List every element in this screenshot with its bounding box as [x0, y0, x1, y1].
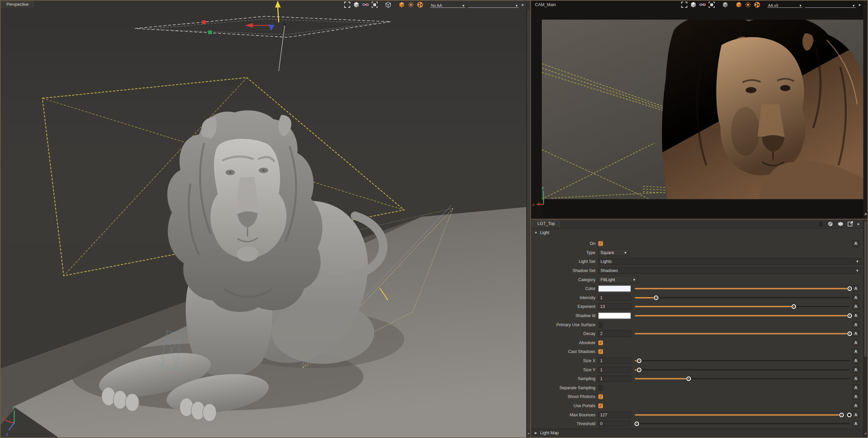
slider-knob-color[interactable] — [847, 286, 852, 291]
field-threshold[interactable]: 0 — [598, 421, 631, 427]
camera-viewport[interactable]: y x CAM_Main AA x9 ▼ ▼ ► — [531, 1, 867, 219]
auto-button-max-bounces[interactable]: A — [852, 412, 859, 418]
slider-threshold[interactable] — [635, 423, 850, 424]
shaded-cube-icon[interactable] — [353, 1, 360, 8]
render-cube-icon[interactable] — [735, 1, 742, 8]
fullscreen-icon[interactable] — [344, 1, 351, 8]
section-light-map[interactable]: ▶ Light Map — [531, 429, 863, 437]
checkbox-cast-shadows[interactable] — [598, 349, 603, 354]
render-cube-icon[interactable] — [398, 1, 405, 8]
sun-icon[interactable] — [408, 1, 414, 8]
striped-sphere-icon[interactable] — [827, 221, 834, 227]
field-shadow-set[interactable]: Shadows▼ — [598, 267, 861, 274]
circle-button-max-bounces[interactable] — [847, 413, 852, 417]
auto-button-sampling[interactable]: A — [852, 376, 859, 382]
slider-knob-intensity[interactable] — [654, 295, 658, 300]
frame-select-icon[interactable] — [708, 1, 715, 8]
pane-options-arrow[interactable]: ► — [521, 1, 525, 8]
checkbox-separate-sampling[interactable] — [598, 385, 603, 390]
auto-button-exponent[interactable]: A — [852, 304, 859, 310]
auto-button-threshold[interactable]: A — [852, 421, 859, 427]
lock-icon[interactable] — [817, 221, 824, 227]
left-viewport-scrollbar[interactable] — [526, 1, 530, 437]
aperture-icon[interactable] — [417, 1, 423, 8]
antialias-dropdown[interactable]: No AA ▼ — [430, 2, 466, 8]
aperture-icon[interactable] — [754, 1, 761, 8]
shaded-cube-icon[interactable] — [690, 1, 697, 8]
auto-button-use-portals[interactable]: A — [852, 402, 859, 409]
slider-intensity[interactable] — [635, 297, 850, 298]
auto-button-intensity[interactable]: A — [852, 294, 859, 301]
checkbox-shoot-photons[interactable] — [598, 394, 603, 399]
slider-decay[interactable] — [635, 333, 850, 334]
field-exponent[interactable]: 13 — [598, 304, 631, 310]
checkbox-on[interactable] — [598, 241, 603, 246]
sun-icon[interactable] — [745, 1, 751, 8]
slider-knob-size-y[interactable] — [637, 368, 642, 372]
auto-button-cast-shadows[interactable]: A — [852, 349, 859, 355]
sphere-icon[interactable] — [837, 221, 844, 227]
auto-button-primary-use-surface[interactable]: A — [852, 321, 859, 328]
frame-select-icon[interactable] — [371, 1, 378, 8]
slider-knob-threshold[interactable] — [634, 421, 639, 426]
perspective-viewport[interactable]: y x z Perspective No AA ▼ ▼ — [1, 1, 530, 437]
fullscreen-icon[interactable] — [681, 1, 688, 8]
slider-knob-exponent[interactable] — [791, 304, 796, 309]
field-intensity[interactable]: 1 — [598, 294, 631, 301]
panel-scrollbar[interactable] — [863, 220, 867, 437]
field-sampling[interactable]: 1 — [598, 376, 631, 382]
viewport-tab-perspective[interactable]: Perspective — [1, 1, 34, 8]
auto-button-shadow-id[interactable]: A — [852, 313, 859, 319]
slider-size-y[interactable] — [635, 369, 850, 371]
auto-button-shoot-photons[interactable]: A — [852, 394, 859, 400]
panel-tab-lgt-top[interactable]: LGT_Top — [532, 220, 560, 227]
color-swatch-shadow-id[interactable] — [598, 313, 631, 319]
slider-color[interactable] — [635, 288, 850, 289]
checkbox-absolute[interactable] — [598, 340, 603, 345]
slider-knob-size-x[interactable] — [637, 358, 642, 363]
field-decay[interactable]: 2 — [598, 331, 631, 337]
antialias-dropdown[interactable]: AA x9 ▼ — [767, 2, 803, 8]
field-size-y[interactable]: 1 — [598, 367, 631, 373]
slider-knob-sampling[interactable] — [686, 376, 691, 381]
checkbox-primary-use-surface[interactable] — [598, 322, 603, 327]
auto-button-size-x[interactable]: A — [852, 358, 859, 364]
preset-dropdown[interactable]: ▼ — [468, 2, 519, 8]
field-light-set[interactable]: Lights▼ — [598, 258, 861, 265]
auto-button-size-y[interactable]: A — [852, 367, 859, 373]
dropdown-type[interactable]: Square▼ — [598, 249, 629, 256]
slider-shadow-id[interactable] — [635, 315, 850, 316]
slider-sampling[interactable] — [635, 378, 850, 379]
stereo-glasses-icon[interactable] — [362, 1, 369, 8]
auto-button-on[interactable]: A — [852, 241, 859, 247]
auto-button-color[interactable]: A — [852, 286, 859, 292]
slider-exponent[interactable] — [635, 306, 850, 307]
slider-knob-shadow-id[interactable] — [847, 313, 852, 318]
slider-size-x[interactable] — [635, 360, 850, 361]
slider-max-bounces[interactable] — [635, 414, 842, 416]
wire-cube-icon[interactable] — [385, 1, 392, 8]
field-size-x[interactable]: 1 — [598, 358, 631, 364]
dropdown-category[interactable]: FillLight▼ — [598, 276, 638, 283]
preset-dropdown[interactable]: ▼ — [805, 2, 856, 8]
panel-options-arrow[interactable]: ► — [857, 221, 861, 227]
pop-out-icon[interactable] — [847, 221, 854, 227]
slider-knob-decay[interactable] — [847, 331, 852, 336]
auto-button-separate-sampling[interactable]: A — [852, 384, 859, 391]
auto-button-absolute[interactable]: A — [852, 339, 859, 346]
cam-viewport-scrollbar[interactable] — [863, 1, 867, 219]
color-swatch-color[interactable] — [598, 286, 631, 292]
scroll-up-button[interactable] — [527, 431, 530, 437]
section-light[interactable]: ▼ Light — [534, 230, 549, 235]
pane-options-arrow[interactable]: ► — [858, 1, 862, 8]
checkbox-use-portals[interactable] — [598, 403, 603, 408]
camera-scene[interactable]: y x — [531, 1, 867, 219]
slider-knob-max-bounces[interactable] — [839, 413, 844, 417]
stereo-glasses-icon[interactable] — [699, 1, 706, 8]
scroll-up-button[interactable] — [864, 431, 867, 437]
scroll-eject-button[interactable] — [864, 212, 867, 217]
auto-button-decay[interactable]: A — [852, 331, 859, 337]
field-max-bounces[interactable]: 127 — [598, 412, 631, 418]
gray-cube-icon[interactable] — [722, 1, 729, 8]
perspective-scene[interactable]: y x z — [1, 1, 530, 437]
